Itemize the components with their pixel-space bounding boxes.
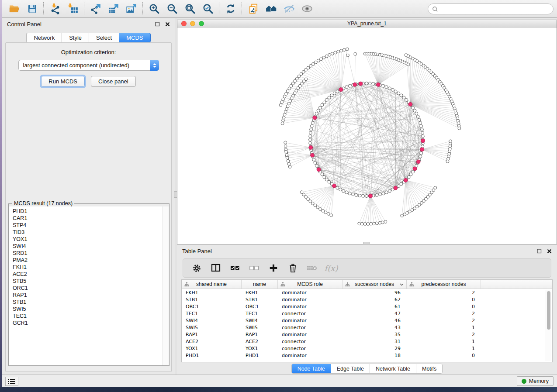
- graph-node[interactable]: [394, 90, 397, 93]
- graph-node[interactable]: [355, 193, 358, 196]
- graph-mcds-hub-node[interactable]: [317, 168, 321, 172]
- graph-leaf-node[interactable]: [283, 113, 286, 116]
- graph-leaf-node[interactable]: [340, 49, 343, 52]
- cell-predecessor-nodes[interactable]: 2: [407, 332, 481, 337]
- graph-leaf-node[interactable]: [287, 159, 290, 162]
- cell-successor-nodes[interactable]: 62: [343, 297, 407, 303]
- graph-leaf-node[interactable]: [279, 103, 282, 107]
- cell-name[interactable]: STB1: [242, 297, 278, 303]
- graph-leaf-node[interactable]: [309, 65, 312, 68]
- cell-successor-nodes[interactable]: 43: [343, 325, 407, 330]
- graph-leaf-node[interactable]: [343, 48, 346, 52]
- graph-node[interactable]: [416, 115, 419, 118]
- graph-leaf-node[interactable]: [378, 221, 381, 224]
- graph-leaf-node[interactable]: [363, 223, 367, 226]
- graph-node[interactable]: [415, 112, 418, 115]
- zoom-in-button[interactable]: [145, 1, 163, 17]
- graph-node[interactable]: [345, 86, 348, 89]
- cell-predecessor-nodes[interactable]: 1: [407, 339, 481, 344]
- search-box[interactable]: [428, 3, 554, 14]
- result-node-item[interactable]: RAP1: [13, 292, 163, 299]
- graph-leaf-node[interactable]: [322, 56, 325, 59]
- graph-node[interactable]: [309, 131, 312, 134]
- graph-node[interactable]: [388, 189, 391, 193]
- cell-name[interactable]: SWI4: [242, 318, 278, 323]
- cell-mcds-role[interactable]: dominator: [278, 290, 343, 296]
- graph-node[interactable]: [323, 175, 326, 179]
- cell-shared-name[interactable]: ORC1: [182, 304, 242, 309]
- graph-node[interactable]: [309, 135, 312, 138]
- graph-node[interactable]: [413, 109, 416, 112]
- graph-leaf-node[interactable]: [337, 50, 340, 53]
- graph-leaf-node[interactable]: [284, 110, 287, 113]
- tab-node-table[interactable]: Node Table: [292, 364, 331, 373]
- cell-name[interactable]: SWI5: [242, 325, 278, 330]
- graph-leaf-node[interactable]: [381, 221, 384, 224]
- save-session-button[interactable]: [23, 1, 41, 17]
- graph-leaf-node[interactable]: [285, 107, 288, 110]
- cell-name[interactable]: FKH1: [242, 290, 278, 296]
- graph-node[interactable]: [312, 158, 315, 161]
- table-row[interactable]: FKH1FKH1dominator962: [182, 289, 552, 296]
- automation-panel-button[interactable]: [5, 377, 18, 386]
- cell-predecessor-nodes[interactable]: 1: [407, 325, 481, 330]
- result-node-item[interactable]: SWI4: [13, 243, 163, 250]
- sort-chevron-icon[interactable]: [400, 283, 404, 286]
- cell-mcds-role[interactable]: connector: [278, 346, 343, 351]
- column-header-predecessor-nodes[interactable]: predecessor nodes: [407, 280, 481, 289]
- result-list-scrollbar[interactable]: [163, 206, 169, 365]
- result-node-item[interactable]: PMA2: [13, 257, 163, 264]
- graph-leaf-node[interactable]: [284, 144, 287, 148]
- graph-node[interactable]: [309, 138, 312, 141]
- table-row[interactable]: ACE2ACE2connector311: [182, 338, 552, 345]
- result-node-item[interactable]: YOX1: [13, 236, 163, 243]
- apply-preferred-layout-button[interactable]: [221, 1, 239, 17]
- tab-network-table[interactable]: Network Table: [370, 364, 416, 373]
- close-panel-icon[interactable]: [165, 22, 170, 27]
- graph-node[interactable]: [330, 94, 333, 97]
- graph-leaf-node[interactable]: [370, 222, 373, 225]
- graph-node[interactable]: [420, 151, 423, 155]
- result-node-item[interactable]: FKH1: [13, 264, 163, 271]
- cell-mcds-role[interactable]: dominator: [278, 332, 343, 337]
- cell-successor-nodes[interactable]: 61: [343, 304, 407, 309]
- graph-node[interactable]: [362, 194, 365, 197]
- graph-node[interactable]: [311, 121, 314, 124]
- graph-node[interactable]: [309, 141, 312, 144]
- column-header-shared-name[interactable]: shared name: [182, 280, 242, 289]
- table-row[interactable]: SWI4SWI4dominator462: [182, 317, 552, 324]
- graph-node[interactable]: [382, 192, 385, 195]
- open-file-button[interactable]: [5, 1, 23, 17]
- cell-mcds-role[interactable]: dominator: [278, 353, 343, 358]
- graph-mcds-hub-node[interactable]: [404, 178, 408, 182]
- graph-leaf-node[interactable]: [354, 52, 357, 55]
- graph-node[interactable]: [385, 191, 388, 194]
- close-panel-icon[interactable]: [547, 249, 552, 254]
- add-column-button[interactable]: [267, 261, 280, 275]
- graph-leaf-node[interactable]: [367, 223, 370, 226]
- graph-node[interactable]: [420, 128, 423, 131]
- column-header-mcds-role[interactable]: MCDS role: [278, 280, 343, 289]
- column-header-successor-nodes[interactable]: successor nodes: [343, 280, 407, 289]
- graph-leaf-node[interactable]: [283, 95, 286, 98]
- cell-name[interactable]: RAP1: [242, 332, 278, 337]
- graph-leaf-node[interactable]: [328, 53, 331, 56]
- graph-leaf-node[interactable]: [327, 213, 330, 216]
- import-table-button[interactable]: [64, 1, 82, 17]
- graph-leaf-node[interactable]: [309, 200, 312, 203]
- cell-successor-nodes[interactable]: 96: [343, 290, 407, 296]
- cell-shared-name[interactable]: SWI5: [182, 325, 242, 330]
- graph-node[interactable]: [336, 186, 339, 189]
- cell-predecessor-nodes[interactable]: 2: [407, 311, 481, 316]
- result-node-item[interactable]: TID3: [13, 229, 163, 236]
- graph-leaf-node[interactable]: [311, 202, 314, 205]
- graph-mcds-hub-node[interactable]: [311, 153, 315, 157]
- network-window-titlebar[interactable]: YPA_prune.txt_1: [177, 20, 557, 28]
- graph-leaf-node[interactable]: [458, 127, 461, 130]
- cell-shared-name[interactable]: FKH1: [182, 290, 242, 296]
- result-node-item[interactable]: GCR1: [13, 320, 163, 327]
- graph-leaf-node[interactable]: [300, 191, 303, 194]
- cell-predecessor-nodes[interactable]: 0: [407, 304, 481, 309]
- cell-shared-name[interactable]: SWI4: [182, 318, 242, 323]
- graph-leaf-node[interactable]: [401, 214, 404, 217]
